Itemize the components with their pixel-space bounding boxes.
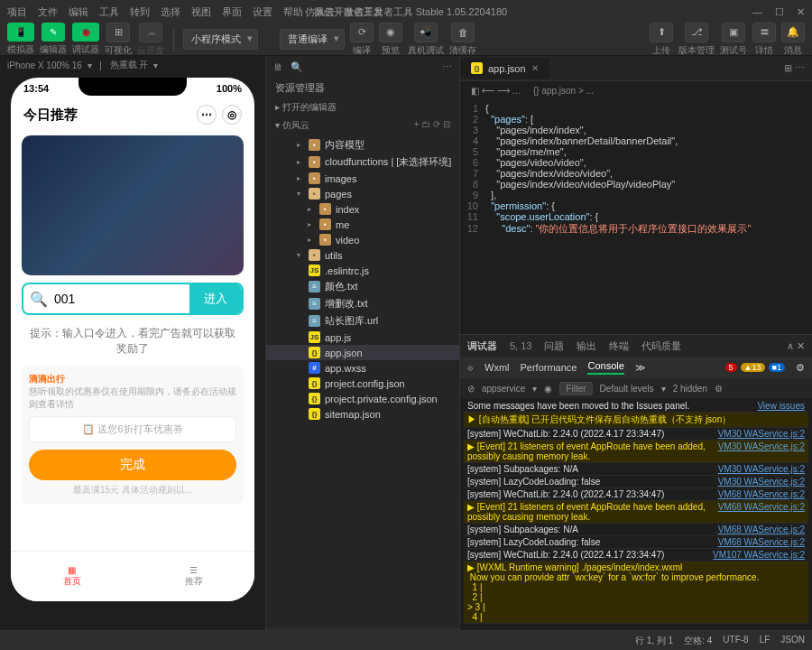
status-spaces[interactable]: 空格: 4 — [684, 635, 712, 647]
file-project.private.config.json[interactable]: {}project.private.config.json — [266, 391, 459, 406]
menu-界面[interactable]: 界面 — [222, 5, 242, 19]
editor-button[interactable]: ✎ — [42, 23, 65, 42]
split-icon[interactable]: ⊞ ⋯ — [777, 62, 812, 74]
file-cloudfunctions | [未选择环境][interactable]: ▸▪cloudfunctions | [未选择环境] — [266, 153, 459, 171]
real-debug-button[interactable]: 📲 — [414, 23, 438, 42]
clear-cache-button[interactable]: 🗑 — [451, 23, 475, 42]
context-select[interactable]: appservice — [482, 384, 525, 394]
close-tab-icon[interactable]: ✕ — [531, 63, 539, 73]
search-bar: 🔍 001 进入 — [22, 283, 244, 315]
file-站长图库.url[interactable]: ≡站长图库.url — [266, 312, 459, 330]
quality-tab[interactable]: 代码质量 — [641, 339, 681, 353]
search-files-icon[interactable]: 🔍 — [291, 61, 303, 73]
maximize-icon[interactable]: ☐ — [775, 6, 784, 18]
file-app.wxss[interactable]: #app.wxss — [266, 360, 459, 376]
close-capsule-icon[interactable]: ◎ — [222, 105, 242, 125]
menu-icon[interactable]: ⋯ — [197, 105, 217, 125]
preview-button[interactable]: ◉ — [379, 23, 402, 42]
file-video[interactable]: ▸▪video — [266, 232, 459, 247]
console-settings-icon[interactable]: ⚙ — [715, 384, 723, 394]
test-button[interactable]: ▣ — [722, 23, 745, 42]
file-pages[interactable]: ▾▪pages — [266, 186, 459, 201]
breadcrumb[interactable]: {} app.json > ... — [533, 86, 594, 96]
close-icon[interactable]: ✕ — [797, 6, 805, 18]
console-tab[interactable]: Console — [587, 360, 623, 375]
search-input[interactable]: 001 — [54, 292, 189, 306]
problems-tab[interactable]: 问题 — [544, 339, 564, 353]
file-images[interactable]: ▸▪images — [266, 171, 459, 186]
file-sitemap.json[interactable]: {}sitemap.json — [266, 406, 459, 422]
file-颜色.txt[interactable]: ≡颜色.txt — [266, 278, 459, 295]
terminal-tab[interactable]: 终端 — [609, 339, 629, 353]
simulator-button[interactable]: 📱 — [7, 23, 34, 42]
menu-设置[interactable]: 设置 — [253, 5, 272, 19]
code-editor[interactable]: 1{2 "pages": [3 "pages/index/index",4 "p… — [460, 99, 812, 334]
open-editors[interactable]: 打开的编辑器 — [282, 102, 337, 112]
tab-home[interactable]: ▦首页 — [11, 552, 133, 601]
compile-select[interactable]: 普通编译 — [280, 29, 345, 50]
version-button[interactable]: ⎇ — [685, 23, 708, 42]
file-.eslintrc.js[interactable]: JS.eslintrc.js — [266, 263, 459, 278]
editor-panel: {}app.json✕ ⊞ ⋯ ◧ ⟵ ⟶ … {} app.json > ..… — [460, 56, 812, 650]
menu-工具[interactable]: 工具 — [99, 5, 119, 19]
detail-button[interactable]: 〓 — [752, 23, 776, 42]
tip-text: 提示：输入口令进入，看完广告就可以获取奖励了 — [11, 322, 254, 360]
tab-recommend[interactable]: ☰推荐 — [133, 552, 254, 601]
file-index[interactable]: ▸▪index — [266, 201, 459, 217]
minimize-icon[interactable]: — — [752, 6, 762, 18]
window-controls: — ☐ ✕ — [752, 6, 805, 18]
file-project.config.json[interactable]: {}project.config.json — [266, 376, 459, 391]
panel-controls[interactable]: ∧ ✕ — [787, 340, 805, 352]
banner-image[interactable] — [22, 135, 244, 275]
issue-badges[interactable]: 5 ▲13 ■1 — [725, 363, 785, 372]
done-button[interactable]: 完成 — [29, 450, 236, 480]
enter-button[interactable]: 进入 — [189, 284, 242, 313]
levels-select[interactable]: Default levels — [600, 384, 654, 394]
menu-文件[interactable]: 文件 — [38, 5, 58, 19]
debugger-button[interactable]: 🐞 — [72, 23, 99, 42]
file-app.json[interactable]: {}app.json — [266, 345, 459, 360]
settings-icon[interactable]: ⚙ — [796, 362, 805, 374]
hotreload-label[interactable]: 热重载 开 — [110, 59, 149, 71]
device-label[interactable]: iPhone X 100% 16 — [7, 60, 82, 70]
status-cursor[interactable]: 行 1, 列 1 — [635, 635, 673, 647]
cloud-button[interactable]: ☁ — [139, 23, 162, 42]
output-tab[interactable]: 输出 — [577, 339, 596, 353]
coupon-button[interactable]: 📋 送您6折打车优惠券 — [29, 416, 236, 442]
file-me[interactable]: ▸▪me — [266, 217, 459, 232]
status-time: 13:54 — [23, 83, 49, 94]
page-title: 今日推荐 — [23, 107, 78, 124]
file-app.js[interactable]: JSapp.js — [266, 330, 459, 345]
menu-帮助[interactable]: 帮助 — [283, 5, 303, 19]
menu-选择[interactable]: 选择 — [161, 5, 180, 19]
wxml-tab[interactable]: Wxml — [484, 362, 510, 373]
status-bar: 行 1, 列 1 空格: 4 UTF-8 LF JSON — [0, 630, 812, 650]
mode-select[interactable]: 小程序模式 — [183, 29, 258, 50]
clear-console-icon[interactable]: ⊘ — [467, 384, 475, 394]
explorer-panel: 🗎🔍⋯ 资源管理器 ▸ 打开的编辑器 ▾ 仿风云+ 🗀 ⟳ ⊟ ▸▪内容模型▸▪… — [266, 56, 460, 650]
filter-input[interactable]: Filter — [559, 382, 592, 395]
file-增删改.txt[interactable]: ≡增删改.txt — [266, 295, 459, 312]
compile-button[interactable]: ⟳ — [350, 23, 374, 42]
debugger-tab[interactable]: 调试器 — [467, 339, 497, 353]
inspect-icon[interactable]: ⟐ — [467, 362, 474, 373]
file-utils[interactable]: ▾▪utils — [266, 247, 459, 263]
status-lang[interactable]: JSON — [780, 635, 805, 647]
status-eol[interactable]: LF — [760, 635, 770, 647]
menu-项目[interactable]: 项目 — [7, 5, 27, 19]
menu-编辑[interactable]: 编辑 — [69, 5, 88, 19]
menu-转到[interactable]: 转到 — [130, 5, 150, 19]
files-icon[interactable]: 🗎 — [273, 61, 283, 72]
file-内容模型[interactable]: ▸▪内容模型 — [266, 136, 459, 153]
status-encoding[interactable]: UTF-8 — [723, 635, 748, 647]
visual-button[interactable]: ⊞ — [106, 23, 130, 42]
menu-视图[interactable]: 视图 — [191, 5, 211, 19]
extensions-icon[interactable]: ⋯ — [442, 61, 452, 73]
upload-button[interactable]: ⬆ — [650, 23, 673, 42]
console-output[interactable]: Some messages have been moved to the Iss… — [460, 398, 812, 650]
performance-tab[interactable]: Performance — [521, 362, 577, 373]
tab-appjson[interactable]: {}app.json✕ — [460, 58, 549, 79]
project-root[interactable]: 仿风云 — [282, 120, 309, 130]
window-title: 仿风云 - 微信开发者工具 Stable 1.05.2204180 — [305, 5, 507, 19]
message-button[interactable]: 🔔 — [781, 23, 805, 42]
